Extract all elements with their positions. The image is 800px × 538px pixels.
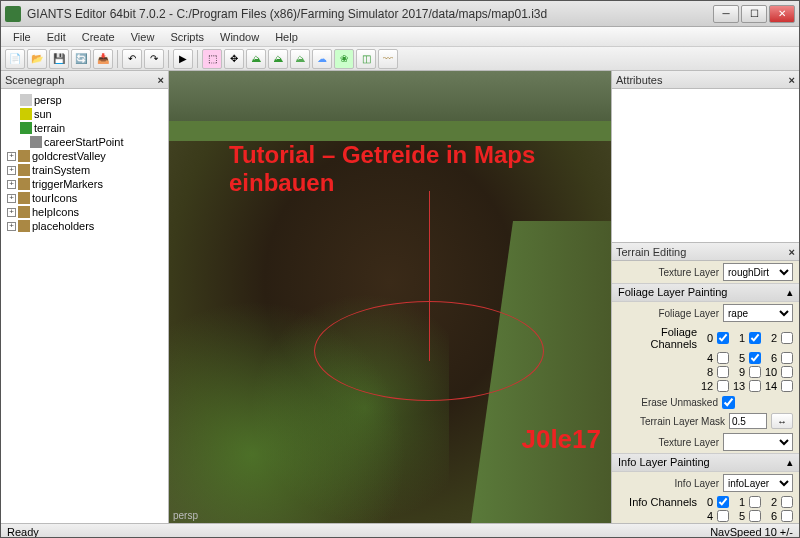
close-button[interactable]: ✕ bbox=[769, 5, 795, 23]
channel-checkbox[interactable] bbox=[717, 352, 729, 364]
watermark-text: J0le17 bbox=[521, 424, 601, 455]
tree-item-label: goldcrestValley bbox=[32, 150, 106, 162]
tool-select-icon[interactable]: ⬚ bbox=[202, 49, 222, 69]
tool-terrain1-icon[interactable]: ⛰ bbox=[246, 49, 266, 69]
tree-item[interactable]: +placeholders bbox=[5, 219, 164, 233]
menu-window[interactable]: Window bbox=[212, 29, 267, 45]
channel-checkbox[interactable] bbox=[717, 380, 729, 392]
info-layer-select[interactable]: infoLayer bbox=[723, 474, 793, 492]
terrain-close-icon[interactable]: × bbox=[789, 246, 795, 258]
channel-checkbox[interactable] bbox=[749, 366, 761, 378]
menu-scripts[interactable]: Scripts bbox=[162, 29, 212, 45]
scenegraph-tree[interactable]: perspsunterraincareerStartPoint+goldcres… bbox=[1, 89, 168, 523]
tree-item[interactable]: +tourIcons bbox=[5, 191, 164, 205]
tool-redo-icon[interactable]: ↷ bbox=[144, 49, 164, 69]
scenegraph-header: Scenegraph × bbox=[1, 71, 168, 89]
foliage-painting-header[interactable]: Foliage Layer Painting▴ bbox=[612, 283, 799, 302]
node-icon bbox=[20, 108, 32, 120]
channel-checkbox[interactable] bbox=[749, 380, 761, 392]
tool-spline-icon[interactable]: 〰 bbox=[378, 49, 398, 69]
foliage-channels-label: Foliage Channels bbox=[618, 326, 697, 350]
expand-icon[interactable]: + bbox=[7, 152, 16, 161]
viewport-3d[interactable]: Tutorial – Getreide in Maps einbauen J0l… bbox=[169, 71, 611, 523]
tool-import-icon[interactable]: 📥 bbox=[93, 49, 113, 69]
channel-checkbox[interactable] bbox=[749, 510, 761, 522]
channel-checkbox[interactable] bbox=[781, 380, 793, 392]
tree-item[interactable]: terrain bbox=[5, 121, 164, 135]
tool-info-icon[interactable]: ◫ bbox=[356, 49, 376, 69]
tree-item[interactable]: +helpIcons bbox=[5, 205, 164, 219]
tree-item[interactable]: careerStartPoint bbox=[5, 135, 164, 149]
channel-checkbox[interactable] bbox=[781, 496, 793, 508]
node-icon bbox=[30, 136, 42, 148]
tool-move-icon[interactable]: ✥ bbox=[224, 49, 244, 69]
menu-view[interactable]: View bbox=[123, 29, 163, 45]
tree-item-label: sun bbox=[34, 108, 52, 120]
channel-checkbox[interactable] bbox=[717, 332, 729, 344]
tool-undo-icon[interactable]: ↶ bbox=[122, 49, 142, 69]
menu-help[interactable]: Help bbox=[267, 29, 306, 45]
erase-unmasked-checkbox[interactable] bbox=[722, 396, 735, 409]
foliage-layer-label: Foliage Layer bbox=[618, 308, 719, 319]
tool-terrain3-icon[interactable]: ⛰ bbox=[290, 49, 310, 69]
collapse-icon: ▴ bbox=[787, 456, 793, 469]
menu-create[interactable]: Create bbox=[74, 29, 123, 45]
tree-item-label: tourIcons bbox=[32, 192, 77, 204]
menu-file[interactable]: File bbox=[5, 29, 39, 45]
channel-checkbox[interactable] bbox=[781, 332, 793, 344]
info-painting-header[interactable]: Info Layer Painting▴ bbox=[612, 453, 799, 472]
channel-checkbox[interactable] bbox=[749, 496, 761, 508]
channel-checkbox[interactable] bbox=[717, 510, 729, 522]
info-channels-grid: Info Channels0124568910121314 bbox=[612, 494, 799, 523]
tree-item[interactable]: +trainSystem bbox=[5, 163, 164, 177]
window-title: GIANTS Editor 64bit 7.0.2 - C:/Program F… bbox=[27, 7, 713, 21]
tool-new-icon[interactable]: 📄 bbox=[5, 49, 25, 69]
expand-icon[interactable]: + bbox=[7, 194, 16, 203]
texture-layer-label: Texture Layer bbox=[618, 267, 719, 278]
tree-item-label: helpIcons bbox=[32, 206, 79, 218]
tree-item[interactable]: +triggerMarkers bbox=[5, 177, 164, 191]
scenegraph-close-icon[interactable]: × bbox=[158, 74, 164, 86]
node-icon bbox=[18, 178, 30, 190]
expand-icon[interactable]: + bbox=[7, 166, 16, 175]
channel-checkbox[interactable] bbox=[781, 510, 793, 522]
terrain-mask-input[interactable] bbox=[729, 413, 767, 429]
node-icon bbox=[18, 206, 30, 218]
maximize-button[interactable]: ☐ bbox=[741, 5, 767, 23]
terrain-mask-stepper[interactable]: ↔ bbox=[771, 413, 793, 429]
status-text: Ready bbox=[7, 526, 39, 538]
node-icon bbox=[18, 192, 30, 204]
expand-icon[interactable]: + bbox=[7, 180, 16, 189]
node-icon bbox=[18, 220, 30, 232]
tree-item[interactable]: sun bbox=[5, 107, 164, 121]
tool-terrain2-icon[interactable]: ⛰ bbox=[268, 49, 288, 69]
expand-icon[interactable]: + bbox=[7, 208, 16, 217]
tree-item-label: persp bbox=[34, 94, 62, 106]
texture-layer-select[interactable]: roughDirt bbox=[723, 263, 793, 281]
tool-foliage-icon[interactable]: ❀ bbox=[334, 49, 354, 69]
tool-open-icon[interactable]: 📂 bbox=[27, 49, 47, 69]
expand-icon[interactable]: + bbox=[7, 222, 16, 231]
collapse-icon: ▴ bbox=[787, 286, 793, 299]
foliage-layer-select[interactable]: rape bbox=[723, 304, 793, 322]
texture-layer2-select[interactable] bbox=[723, 433, 793, 451]
channel-checkbox[interactable] bbox=[749, 332, 761, 344]
tool-paint-icon[interactable]: ☁ bbox=[312, 49, 332, 69]
tree-item-label: placeholders bbox=[32, 220, 94, 232]
menu-edit[interactable]: Edit bbox=[39, 29, 74, 45]
tool-play-icon[interactable]: ▶ bbox=[173, 49, 193, 69]
terrain-editing-panel: Terrain Editing × Texture Layer roughDir… bbox=[612, 243, 799, 523]
channel-checkbox[interactable] bbox=[717, 496, 729, 508]
info-layer-label: Info Layer bbox=[618, 478, 719, 489]
channel-checkbox[interactable] bbox=[781, 352, 793, 364]
tree-item[interactable]: persp bbox=[5, 93, 164, 107]
tool-save-icon[interactable]: 💾 bbox=[49, 49, 69, 69]
tree-item[interactable]: +goldcrestValley bbox=[5, 149, 164, 163]
minimize-button[interactable]: ─ bbox=[713, 5, 739, 23]
channel-checkbox[interactable] bbox=[717, 366, 729, 378]
channel-checkbox[interactable] bbox=[749, 352, 761, 364]
tool-reload-icon[interactable]: 🔄 bbox=[71, 49, 91, 69]
channel-checkbox[interactable] bbox=[781, 366, 793, 378]
menu-bar: File Edit Create View Scripts Window Hel… bbox=[1, 27, 799, 47]
attributes-close-icon[interactable]: × bbox=[789, 74, 795, 86]
